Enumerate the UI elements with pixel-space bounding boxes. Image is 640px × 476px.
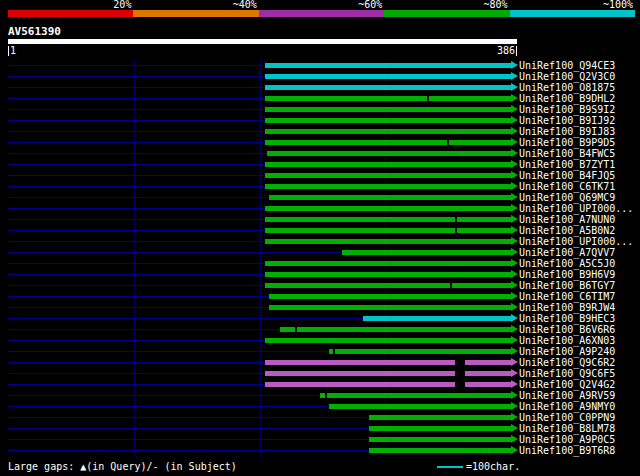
alignment-bar[interactable] <box>265 261 511 266</box>
alignment-bar[interactable] <box>265 107 511 112</box>
hit-label[interactable]: UniRef100_B9T6R8 <box>519 445 615 456</box>
alignment-bar[interactable] <box>265 360 511 365</box>
alignment-bar[interactable] <box>265 129 511 134</box>
hit-label[interactable]: UniRef100_Q9C6F5 <box>519 368 615 379</box>
alignment-row: UniRef100_A9P0C5 <box>0 434 640 445</box>
alignment-bar[interactable] <box>280 327 511 332</box>
alignment-bar[interactable] <box>265 217 511 222</box>
arrow-head-icon <box>511 369 518 377</box>
hit-label[interactable]: UniRef100_B9HEC3 <box>519 313 615 324</box>
arrow-head-icon <box>511 248 518 256</box>
hit-label[interactable]: UniRef100_A5C5J0 <box>519 258 615 269</box>
ruler-start: 1 <box>8 46 16 56</box>
scale-label-80: ~80% <box>384 0 509 10</box>
hit-label[interactable]: UniRef100_A5B0N2 <box>519 225 615 236</box>
legend-scale-text: =100char. <box>466 461 520 472</box>
hit-label[interactable]: UniRef100_B9P9D5 <box>519 137 615 148</box>
hit-label[interactable]: UniRef100_A9RV59 <box>519 390 615 401</box>
hit-label[interactable]: UniRef100_B9DHL2 <box>519 93 615 104</box>
hit-label[interactable]: UniRef100_B7ZYT1 <box>519 159 615 170</box>
hit-label[interactable]: UniRef100_O81875 <box>519 82 615 93</box>
scale-segment-orange <box>133 10 258 17</box>
hit-label[interactable]: UniRef100_UPI000... <box>519 203 633 214</box>
alignment-bar[interactable] <box>329 404 511 409</box>
hit-label[interactable]: UniRef100_Q2V3C0 <box>519 71 615 82</box>
alignment-bar[interactable] <box>265 371 511 376</box>
arrow-head-icon <box>511 171 518 179</box>
alignment-bar[interactable] <box>265 382 511 387</box>
hit-label[interactable]: UniRef100_B9IJ92 <box>519 115 615 126</box>
hit-label[interactable]: UniRef100_B8LM78 <box>519 423 615 434</box>
alignment-bar[interactable] <box>265 85 511 90</box>
hit-label[interactable]: UniRef100_B9H6V9 <box>519 269 615 280</box>
scale-segment-green <box>384 10 509 17</box>
alignment-bar[interactable] <box>265 162 511 167</box>
hit-label[interactable]: UniRef100_A9NMY0 <box>519 401 615 412</box>
ruler: 1 386 <box>8 46 517 57</box>
alignment-bar[interactable] <box>363 316 511 321</box>
alignment-bar[interactable] <box>265 140 511 145</box>
hit-label[interactable]: UniRef100_B9RJW4 <box>519 302 615 313</box>
alignment-bar[interactable] <box>265 173 511 178</box>
similarity-search-overview: 20% ~40% ~60% ~80% ~100% AV561390 1 386 … <box>0 0 640 476</box>
hit-label[interactable]: UniRef100_C6TK71 <box>519 181 615 192</box>
hit-label[interactable]: UniRef100_A6XN03 <box>519 335 615 346</box>
alignment-bar[interactable] <box>265 272 511 277</box>
alignment-row: UniRef100_Q94CE3 <box>0 60 640 71</box>
alignment-bar[interactable] <box>265 96 511 101</box>
arrow-head-icon <box>511 292 518 300</box>
hit-label[interactable]: UniRef100_UPI000... <box>519 236 633 247</box>
hit-label[interactable]: UniRef100_B4FWC5 <box>519 148 615 159</box>
hit-label[interactable]: UniRef100_Q9C6R2 <box>519 357 615 368</box>
alignment-row: UniRef100_B4FJQ5 <box>0 170 640 181</box>
alignment-bar[interactable] <box>369 437 511 442</box>
alignment-bar[interactable] <box>265 338 511 343</box>
alignment-bar[interactable] <box>265 239 511 244</box>
alignment-bar[interactable] <box>369 415 511 420</box>
alignment-bar[interactable] <box>265 63 511 68</box>
hit-label[interactable]: UniRef100_C6TIM7 <box>519 291 615 302</box>
alignment-bar[interactable] <box>265 283 511 288</box>
alignment-bar[interactable] <box>329 349 511 354</box>
arrow-head-icon <box>511 358 518 366</box>
alignment-bar[interactable] <box>269 305 511 310</box>
alignment-row: UniRef100_B8LM78 <box>0 423 640 434</box>
gap-tick <box>447 140 449 145</box>
hit-label[interactable]: UniRef100_Q69MC9 <box>519 192 615 203</box>
alignment-bar[interactable] <box>269 294 511 299</box>
scale-label-40: ~40% <box>133 0 258 10</box>
hit-label[interactable]: UniRef100_A9P240 <box>519 346 615 357</box>
alignment-row: UniRef100_A9RV59 <box>0 390 640 401</box>
hit-label[interactable]: UniRef100_B4FJQ5 <box>519 170 615 181</box>
alignment-bar[interactable] <box>369 448 511 453</box>
hit-label[interactable]: UniRef100_B9S9I2 <box>519 104 615 115</box>
alignment-row: UniRef100_C6TIM7 <box>0 291 640 302</box>
alignment-bar[interactable] <box>265 206 511 211</box>
alignment-bar[interactable] <box>342 250 511 255</box>
hit-label[interactable]: UniRef100_A9P0C5 <box>519 434 615 445</box>
hit-label[interactable]: UniRef100_B6V6R6 <box>519 324 615 335</box>
arrow-head-icon <box>511 83 518 91</box>
alignment-bar[interactable] <box>269 195 511 200</box>
hit-label[interactable]: UniRef100_Q2V4G2 <box>519 379 615 390</box>
hit-label[interactable]: UniRef100_A7QVV7 <box>519 247 615 258</box>
alignment-bar[interactable] <box>369 426 511 431</box>
hit-label[interactable]: UniRef100_B9IJ83 <box>519 126 615 137</box>
alignment-bar[interactable] <box>267 151 511 156</box>
alignment-bar[interactable] <box>265 118 511 123</box>
alignment-bar[interactable] <box>265 228 511 233</box>
arrow-head-icon <box>511 94 518 102</box>
alignment-bar[interactable] <box>265 74 511 79</box>
alignment-row: UniRef100_Q9C6R2 <box>0 357 640 368</box>
alignment-bar[interactable] <box>320 393 511 398</box>
hit-label[interactable]: UniRef100_C0PPN9 <box>519 412 615 423</box>
hit-label[interactable]: UniRef100_B6TGY7 <box>519 280 615 291</box>
hit-label[interactable]: UniRef100_A7NUN0 <box>519 214 615 225</box>
alignment-row: UniRef100_Q9C6F5 <box>0 368 640 379</box>
alignment-row: UniRef100_B9RJW4 <box>0 302 640 313</box>
alignment-bar[interactable] <box>265 184 511 189</box>
ruler-end: 386 <box>497 46 517 56</box>
query-title: AV561390 <box>8 26 61 37</box>
hit-label[interactable]: UniRef100_Q94CE3 <box>519 60 615 71</box>
gap-marker <box>455 382 465 387</box>
